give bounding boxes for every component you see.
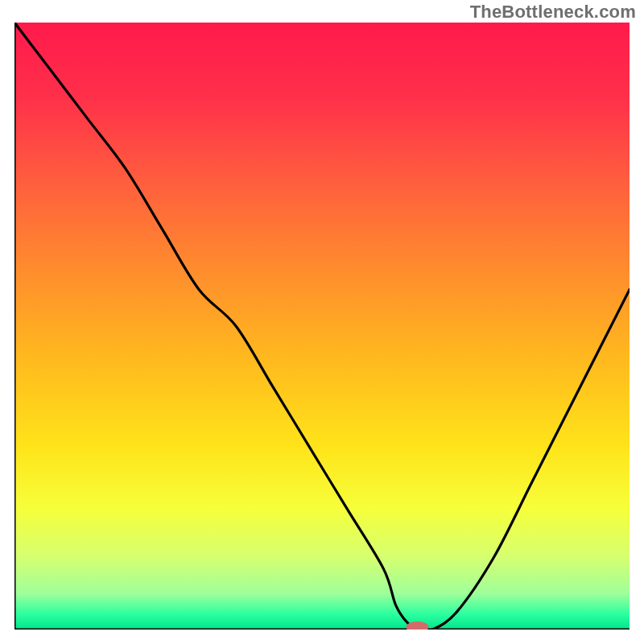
attribution-label: TheBottleneck.com xyxy=(470,2,636,23)
gradient-background xyxy=(14,23,630,630)
bottleneck-chart xyxy=(14,23,630,630)
plot-area xyxy=(14,23,630,630)
chart-stage: TheBottleneck.com xyxy=(0,0,644,644)
